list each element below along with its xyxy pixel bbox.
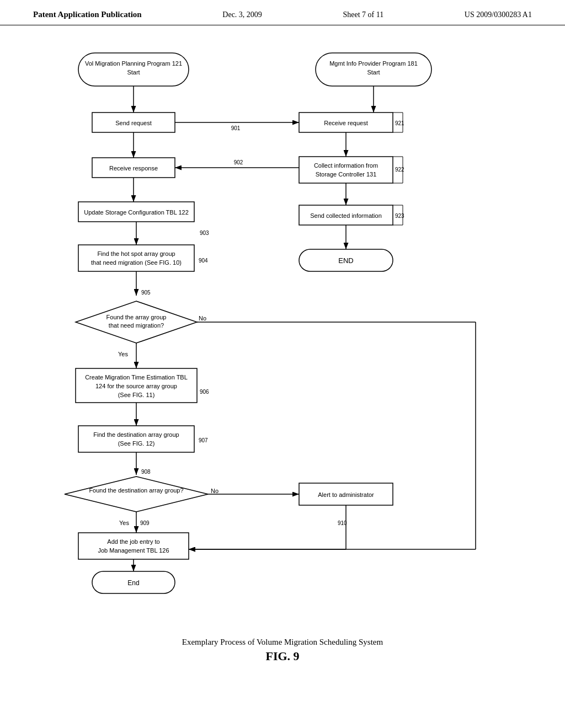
caption-area: Exemplary Process of Volume Migration Sc… (0, 638, 565, 663)
svg-text:Send request: Send request (115, 120, 151, 126)
svg-text:Mgmt Info Provider Program 181: Mgmt Info Provider Program 181 (329, 60, 418, 67)
svg-text:Find the destination array gro: Find the destination array group (93, 431, 179, 438)
svg-rect-58 (78, 533, 189, 559)
svg-text:Found the destination array gr: Found the destination array group? (89, 487, 183, 494)
svg-text:921: 921 (395, 120, 404, 126)
svg-text:Receive response: Receive response (109, 165, 158, 172)
svg-text:that need migration (See FIG. : that need migration (See FIG. 10) (91, 259, 182, 266)
svg-text:Yes: Yes (118, 351, 128, 357)
svg-text:Add the job entry to: Add the job entry to (107, 538, 159, 545)
caption-text: Exemplary Process of Volume Migration Sc… (0, 638, 565, 647)
svg-text:905: 905 (141, 290, 151, 296)
svg-text:Start: Start (127, 69, 140, 76)
svg-text:903: 903 (200, 230, 209, 236)
svg-text:Storage Controller 131: Storage Controller 131 (316, 171, 377, 178)
svg-text:124 for the source array group: 124 for the source array group (95, 383, 177, 389)
svg-text:908: 908 (141, 469, 151, 475)
svg-text:902: 902 (234, 159, 243, 165)
svg-rect-40 (78, 426, 194, 452)
svg-text:Job Management TBL 126: Job Management TBL 126 (98, 547, 169, 554)
svg-text:901: 901 (231, 125, 241, 131)
svg-text:Receive request: Receive request (324, 120, 368, 126)
svg-rect-75 (299, 157, 393, 183)
svg-text:END: END (338, 256, 353, 265)
page-header: Patent Application Publication Dec. 3, 2… (0, 0, 565, 25)
svg-text:Send collected information: Send collected information (310, 212, 382, 219)
svg-text:Alert to administrator: Alert to administrator (318, 491, 374, 498)
svg-marker-46 (65, 477, 208, 512)
header-sheet: Sheet 7 of 11 (343, 10, 383, 19)
svg-text:that need migration?: that need migration? (109, 322, 164, 329)
svg-text:End: End (127, 579, 139, 587)
header-date: Dec. 3, 2009 (222, 10, 262, 19)
svg-text:Create Migration Time Estimati: Create Migration Time Estimation TBL (85, 374, 188, 381)
svg-text:909: 909 (140, 520, 150, 526)
svg-text:923: 923 (395, 213, 404, 219)
svg-rect-19 (78, 245, 194, 271)
svg-text:Start: Start (367, 69, 380, 76)
svg-text:Find the hot spot array group: Find the hot spot array group (97, 250, 175, 257)
svg-text:Yes: Yes (119, 520, 129, 526)
svg-text:904: 904 (199, 258, 208, 264)
svg-text:(See FIG. 12): (See FIG. 12) (118, 440, 155, 447)
svg-text:Vol Migration Planning Program: Vol Migration Planning Program 121 (85, 60, 182, 67)
fig-label: FIG. 9 (0, 649, 565, 663)
svg-text:907: 907 (199, 437, 208, 443)
svg-text:906: 906 (200, 389, 209, 395)
header-patent: US 2009/0300283 A1 (465, 10, 532, 19)
svg-text:(See FIG. 11): (See FIG. 11) (118, 392, 155, 398)
svg-text:Update Storage Configuration T: Update Storage Configuration TBL 122 (84, 209, 189, 216)
svg-text:Collect information from: Collect information from (314, 162, 378, 169)
diagram-container: Vol Migration Planning Program 121 Start… (0, 31, 565, 632)
header-publication: Patent Application Publication (33, 10, 142, 19)
flowchart-svg: Vol Migration Planning Program 121 Start… (45, 42, 520, 621)
svg-text:Found the array group: Found the array group (106, 314, 167, 320)
svg-text:No: No (211, 488, 218, 494)
svg-text:922: 922 (395, 167, 404, 173)
svg-text:No: No (199, 315, 206, 322)
